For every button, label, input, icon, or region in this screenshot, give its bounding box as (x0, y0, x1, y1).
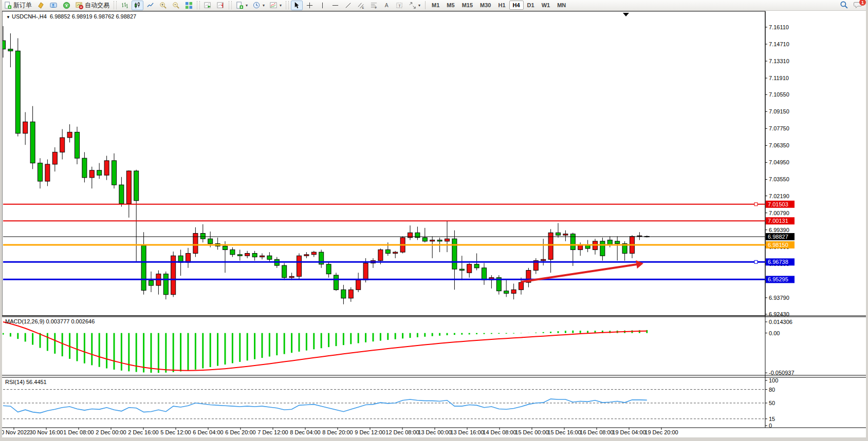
candle-body (60, 138, 65, 152)
time-axis-label: 2 Dec 00:00 (96, 429, 126, 435)
time-axis-label: 30 Nov 16:00 (29, 429, 63, 435)
candle-body (82, 158, 87, 178)
price-tick-label: 7.06350 (769, 142, 789, 148)
macd-signal-value: 0.002646 (71, 318, 95, 324)
candle-body (304, 255, 309, 256)
rsi-tick-label: 50 (769, 400, 775, 406)
window-frame (0, 0, 2, 441)
hline-handle[interactable] (754, 260, 758, 263)
candle-body (267, 256, 272, 259)
time-axis-label: 30 Nov 2022 (0, 429, 30, 435)
candle-body (341, 290, 346, 298)
time-axis-label: 12 Dec 08:00 (385, 429, 419, 435)
macd-tick-label: 0.014306 (769, 319, 792, 325)
window-frame (0, 437, 868, 441)
candle-body (89, 170, 94, 178)
price-badge-label: 7.00131 (768, 218, 788, 224)
rsi-value: 56.4451 (26, 379, 47, 385)
candle-body (541, 259, 546, 260)
candle-body (126, 171, 131, 204)
candle-body (467, 264, 472, 273)
time-axis-label: 1 Dec 08:00 (63, 429, 94, 435)
candle-body (282, 265, 287, 278)
candle-body (600, 241, 605, 256)
candle-body (637, 236, 642, 236)
candle-body (200, 234, 205, 239)
macd-tick-label: 0.00 (769, 330, 780, 336)
rsi-tick-label: 80 (769, 387, 775, 393)
time-axis-label: 13 Dec 16:00 (450, 429, 484, 435)
rsi-layer (3, 390, 765, 419)
price-tick-label: 7.14710 (769, 41, 789, 47)
candle-body (385, 250, 390, 253)
candle-body (260, 256, 265, 257)
macd-main-value: 0.003777 (46, 318, 69, 324)
macd-tick-label: -0.050937 (769, 370, 795, 376)
candle-body (163, 274, 168, 295)
time-axis-label: 6 Dec 20:00 (225, 429, 255, 435)
rsi-tick-label: 15 (769, 416, 775, 422)
price-tick-label: 7.10550 (769, 91, 789, 98)
time-axis-label: 13 Dec 00:00 (418, 429, 451, 435)
candle-body (134, 171, 139, 201)
collapse-arrow-icon[interactable]: ▼ (6, 15, 10, 20)
candle-body (289, 276, 294, 277)
candle-body (245, 253, 250, 256)
time-axis-label: 8 Dec 20:00 (322, 429, 353, 435)
candle-body (112, 161, 117, 185)
window-frame (866, 0, 868, 441)
candle-body (23, 122, 28, 133)
candle-body (452, 239, 457, 269)
candle-body (378, 250, 383, 260)
candle-body (297, 256, 302, 276)
price-tick-label: 6.99390 (769, 227, 789, 233)
price-tick-label: 7.13310 (769, 58, 789, 64)
time-axis-label: 19 Dec 04:00 (612, 429, 645, 435)
candle-body (511, 290, 516, 293)
candle-body (186, 253, 191, 262)
time-axis-label: 2 Dec 16:00 (128, 429, 158, 435)
candle-body (119, 185, 124, 204)
candle-body (437, 240, 442, 241)
price-badge-label: 6.95295 (768, 276, 788, 282)
candle-body (193, 234, 198, 254)
rsi-label: RSI(14) 56.4451 (5, 379, 47, 385)
candle-body (482, 268, 487, 280)
title-open: 6.98852 (50, 13, 70, 20)
symbol-period: USDCNH-,H4 (12, 13, 47, 20)
time-axis-label: 15 Dec 00:00 (515, 429, 548, 435)
time-axis-label: 7 Dec 12:00 (257, 429, 288, 435)
candle-body (334, 275, 339, 290)
candle-body (104, 161, 109, 175)
candle-body (363, 263, 368, 280)
price-tick-label: 6.92430 (769, 311, 789, 317)
macd-label: MACD(12,26,9) 0.003777 0.002646 (5, 318, 95, 324)
candle-body (563, 234, 568, 235)
price-badge-label: 6.96738 (768, 259, 788, 265)
candle-body (474, 264, 479, 268)
candle-body (149, 281, 154, 285)
candle-body (15, 51, 20, 133)
candle-body (519, 282, 524, 290)
time-axis-label: 14 Dec 08:00 (483, 429, 516, 435)
candle-body (38, 163, 43, 181)
macd-layer (3, 322, 647, 373)
time-axis-label: 19 Dec 20:00 (644, 429, 678, 435)
time-axis-label: 5 Dec 12:00 (160, 429, 191, 435)
price-tick-label: 6.93790 (769, 295, 789, 301)
chart-canvas[interactable]: 7.161107.147107.133107.119107.105507.091… (0, 0, 868, 441)
price-tick-label: 7.07750 (769, 125, 789, 131)
candle-body (556, 233, 561, 235)
rsi-line (3, 399, 647, 413)
candle-body (52, 152, 57, 164)
candle-body (459, 269, 464, 270)
candle-body (67, 132, 72, 138)
candle-body (237, 255, 242, 256)
title-close: 6.98827 (116, 13, 136, 20)
candle-body (422, 238, 427, 241)
rsi-tick-label: 100 (769, 377, 778, 384)
candle-body (326, 264, 331, 274)
candle-body (504, 291, 509, 294)
hline-handle[interactable] (754, 203, 758, 206)
time-axis-label: 9 Dec 12:00 (355, 429, 385, 435)
